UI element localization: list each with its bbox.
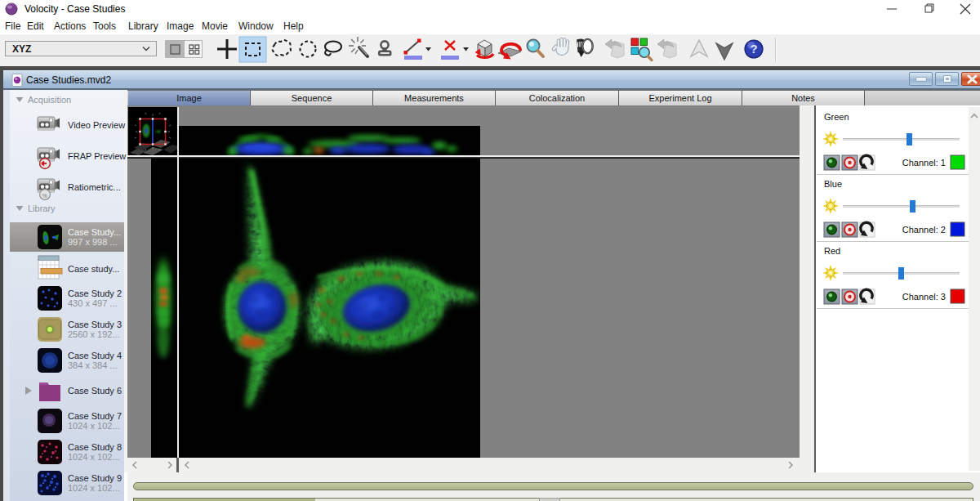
svg-text:?: ? xyxy=(750,42,757,56)
